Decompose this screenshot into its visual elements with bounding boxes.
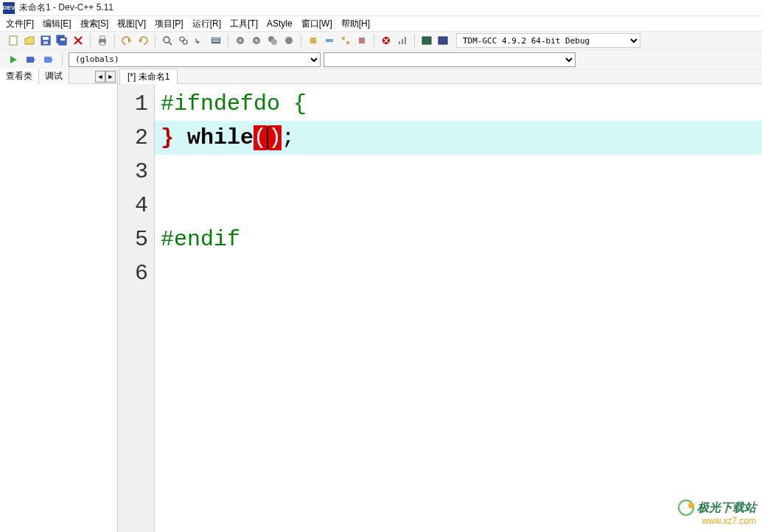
svg-rect-22	[212, 40, 220, 41]
step-out-icon[interactable]	[354, 33, 369, 48]
window-title: 未命名1 - Dev-C++ 5.11	[19, 1, 113, 14]
svg-point-27	[255, 39, 258, 42]
svg-rect-40	[402, 39, 403, 44]
separator	[301, 34, 301, 47]
svg-rect-43	[438, 37, 447, 44]
tab-class-view[interactable]: 查看类	[0, 69, 39, 84]
save-icon[interactable]	[38, 33, 53, 48]
tab-debug[interactable]: 调试	[39, 69, 69, 84]
svg-rect-32	[326, 39, 333, 42]
code-line-6[interactable]	[161, 256, 762, 290]
line-number: 6	[118, 256, 148, 290]
undo-icon[interactable]	[119, 33, 134, 48]
svg-marker-46	[33, 58, 35, 61]
replace-icon[interactable]	[176, 33, 191, 48]
svg-marker-48	[51, 58, 53, 61]
svg-text:↳: ↳	[195, 38, 200, 45]
compiler-selector[interactable]: TDM-GCC 4.9.2 64-bit Debug	[456, 33, 640, 48]
code-lines[interactable]: #ifndefdo { } while(); #endif	[155, 84, 762, 532]
menu-project[interactable]: 项目[P]	[152, 16, 186, 32]
svg-rect-42	[422, 37, 431, 44]
window1-icon[interactable]	[419, 33, 434, 48]
menu-search[interactable]: 搜索[S]	[77, 16, 112, 32]
menu-window[interactable]: 窗口[W]	[298, 16, 335, 32]
svg-line-16	[169, 42, 172, 45]
editor-tabs: [*] 未命名1	[118, 69, 762, 84]
separator	[62, 53, 63, 66]
svg-rect-31	[310, 38, 316, 43]
separator	[90, 34, 91, 47]
svg-point-29	[271, 39, 277, 45]
menu-astyle[interactable]: AStyle	[264, 17, 296, 30]
menubar: 文件[F] 编辑[E] 搜索[S] 视图[V] 项目[P] 运行[R] 工具[T…	[0, 16, 762, 31]
line-number: 1	[118, 87, 148, 121]
close-icon[interactable]	[71, 33, 85, 48]
line-number: 4	[118, 189, 148, 223]
nav-right-icon[interactable]: ►	[105, 71, 116, 83]
redo-icon[interactable]	[136, 33, 150, 48]
window2-icon[interactable]	[436, 33, 450, 48]
open-icon[interactable]	[22, 33, 37, 48]
separator	[114, 34, 115, 47]
line-number: 2	[118, 121, 148, 155]
left-panel-tabs: 查看类 调试 ◄ ►	[0, 69, 117, 84]
code-line-5[interactable]: #endif	[161, 223, 762, 256]
menu-view[interactable]: 视图[V]	[114, 16, 149, 32]
code-line-3[interactable]	[161, 155, 762, 189]
debug-icon[interactable]	[306, 33, 321, 48]
svg-point-25	[239, 39, 242, 42]
print-icon[interactable]	[95, 33, 110, 48]
step-into-icon[interactable]	[338, 33, 353, 48]
left-panel: 查看类 调试 ◄ ►	[0, 69, 118, 532]
profile-icon[interactable]	[395, 33, 410, 48]
menu-tools[interactable]: 工具[T]	[227, 16, 261, 32]
find-next-icon[interactable]: ↳	[192, 33, 207, 48]
stop-icon[interactable]	[379, 33, 394, 48]
save-all-icon[interactable]	[55, 33, 69, 48]
compile-run-icon[interactable]	[265, 33, 280, 48]
run-play-icon[interactable]	[6, 52, 21, 67]
scope-dropdown[interactable]: (globals)	[69, 52, 321, 67]
main-toolbar: ↳ TDM-GCC 4.9.2 64-bit Debug	[0, 31, 762, 50]
svg-rect-41	[405, 37, 406, 44]
svg-marker-44	[10, 56, 17, 63]
run-gear-icon[interactable]	[249, 33, 264, 48]
new-file-icon[interactable]	[6, 33, 21, 48]
svg-rect-47	[44, 57, 52, 63]
svg-point-18	[183, 40, 187, 44]
new-func-icon[interactable]	[41, 52, 56, 67]
svg-rect-35	[359, 38, 365, 43]
titlebar: DEV 未命名1 - Dev-C++ 5.11	[0, 0, 762, 16]
svg-rect-39	[399, 41, 400, 44]
svg-rect-23	[212, 41, 220, 42]
rebuild-icon[interactable]	[282, 33, 296, 48]
code-line-4[interactable]	[161, 189, 762, 223]
line-number: 3	[118, 155, 148, 189]
svg-rect-34	[346, 41, 349, 44]
separator	[374, 34, 374, 47]
svg-rect-12	[100, 42, 105, 45]
menu-edit[interactable]: 编辑[E]	[40, 16, 74, 32]
svg-rect-33	[342, 37, 345, 40]
code-line-2[interactable]: } while();	[155, 121, 762, 155]
compile-gear-icon[interactable]	[233, 33, 248, 48]
nav-left-icon[interactable]: ◄	[95, 71, 105, 83]
menu-run[interactable]: 运行[R]	[189, 16, 224, 32]
separator	[155, 34, 155, 47]
main-area: 查看类 调试 ◄ ► [*] 未命名1 1 2 3 4 5 6 #ifndefd…	[0, 69, 762, 532]
svg-rect-11	[100, 36, 105, 39]
editor-tab-file[interactable]: [*] 未命名1	[119, 69, 178, 85]
menu-file[interactable]: 文件[F]	[3, 16, 37, 32]
menu-help[interactable]: 帮助[H]	[338, 16, 373, 32]
separator	[228, 34, 228, 47]
line-number: 5	[118, 223, 148, 256]
find-icon[interactable]	[160, 33, 175, 48]
svg-rect-21	[212, 38, 220, 39]
code-area[interactable]: 1 2 3 4 5 6 #ifndefdo { } while(); #endi…	[118, 84, 762, 532]
new-class-icon[interactable]	[24, 52, 38, 67]
goto-icon[interactable]	[209, 33, 223, 48]
step-over-icon[interactable]	[322, 33, 337, 48]
svg-rect-7	[60, 38, 65, 41]
code-line-1[interactable]: #ifndefdo {	[161, 87, 762, 121]
member-dropdown[interactable]	[324, 52, 576, 67]
